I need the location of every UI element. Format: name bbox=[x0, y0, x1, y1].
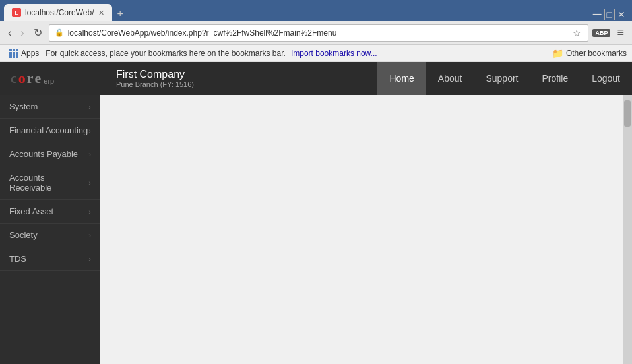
address-actions: ☆ bbox=[571, 26, 583, 40]
content-area bbox=[100, 95, 623, 364]
abp-badge[interactable]: ABP bbox=[592, 29, 610, 37]
address-bar-row: ‹ › ↻ 🔒 localhost/CoreWebApp/web/index.p… bbox=[0, 21, 632, 45]
tab-spacer: ─ □ ✕ bbox=[129, 7, 628, 21]
top-nav: c o r e erp First Company Pune Branch (F… bbox=[0, 62, 632, 95]
bookmarks-bar: Apps For quick access, place your bookma… bbox=[0, 45, 632, 62]
url-text: localhost/CoreWebApp/web/index.php?r=cwf… bbox=[68, 28, 568, 38]
reload-button[interactable]: ↻ bbox=[31, 25, 45, 40]
nav-home[interactable]: Home bbox=[377, 62, 426, 95]
company-name: First Company bbox=[116, 69, 367, 80]
apps-button[interactable]: Apps bbox=[5, 47, 43, 59]
logo-o1: o bbox=[18, 70, 26, 87]
browser-menu-button[interactable]: ≡ bbox=[614, 24, 627, 41]
tab-bar: L localhost/CoreWeb/ ✕ + ─ □ ✕ bbox=[0, 0, 632, 21]
browser-chrome: L localhost/CoreWeb/ ✕ + ─ □ ✕ ‹ › ↻ 🔒 l… bbox=[0, 0, 632, 62]
logo-erp: erp bbox=[44, 77, 54, 85]
bookmark-prompt: For quick access, place your bookmarks h… bbox=[46, 49, 286, 58]
tab-close-icon[interactable]: ✕ bbox=[98, 9, 104, 17]
address-bar[interactable]: 🔒 localhost/CoreWebApp/web/index.php?r=c… bbox=[49, 24, 589, 42]
chevron-icon-society: › bbox=[88, 231, 91, 239]
sidebar-label-fixed-asset: Fixed Asset bbox=[9, 206, 88, 216]
scrollbar[interactable] bbox=[623, 95, 632, 364]
branch-info: Pune Branch (FY: 1516) bbox=[116, 80, 367, 88]
sidebar-label-tds: TDS bbox=[9, 254, 88, 264]
forward-button[interactable]: › bbox=[18, 26, 26, 40]
top-nav-links: Home About Support Profile Logout bbox=[377, 62, 632, 95]
scroll-thumb[interactable] bbox=[624, 100, 631, 127]
chevron-icon-fa: › bbox=[88, 208, 91, 216]
sidebar-label-society: Society bbox=[9, 230, 88, 240]
back-button[interactable]: ‹ bbox=[5, 26, 14, 40]
sidebar-item-system[interactable]: System › bbox=[0, 95, 100, 119]
sidebar-item-society[interactable]: Society › bbox=[0, 224, 100, 247]
other-bookmarks-label: Other bookmarks bbox=[566, 49, 627, 58]
sidebar-item-accounts-payable[interactable]: Accounts Payable › bbox=[0, 142, 100, 166]
tab-favicon: L bbox=[12, 8, 21, 17]
import-bookmarks-link[interactable]: Import bookmarks now... bbox=[291, 49, 377, 58]
sidebar-item-accounts-receivable[interactable]: Accounts Receivable › bbox=[0, 166, 100, 200]
sidebar-label-financial-accounting: Financial Accounting bbox=[9, 125, 88, 135]
tab-title: localhost/CoreWeb/ bbox=[25, 8, 94, 17]
chevron-icon-ap: › bbox=[88, 150, 91, 158]
sidebar-item-financial-accounting[interactable]: Financial Accounting › bbox=[0, 119, 100, 142]
sidebar-item-tds[interactable]: TDS › bbox=[0, 247, 100, 271]
chevron-icon-tds: › bbox=[88, 255, 91, 263]
chevron-icon-ar: › bbox=[88, 179, 91, 187]
maximize-button[interactable]: □ bbox=[604, 9, 615, 20]
bookmark-star-button[interactable]: ☆ bbox=[571, 26, 583, 40]
sidebar-label-accounts-payable: Accounts Payable bbox=[9, 149, 88, 159]
chevron-icon-financial: › bbox=[88, 127, 91, 135]
nav-logout[interactable]: Logout bbox=[580, 62, 632, 95]
logo-c: c bbox=[11, 70, 17, 87]
company-info: First Company Pune Branch (FY: 1516) bbox=[106, 69, 377, 88]
sidebar: System › Financial Accounting › Accounts… bbox=[0, 95, 100, 364]
other-bookmarks-button[interactable]: 📁 Other bookmarks bbox=[552, 48, 627, 59]
sidebar-label-accounts-receivable: Accounts Receivable bbox=[9, 173, 88, 193]
folder-icon: 📁 bbox=[552, 48, 563, 59]
chevron-icon-system: › bbox=[88, 103, 91, 111]
apps-grid-icon bbox=[9, 49, 18, 58]
apps-label: Apps bbox=[21, 49, 39, 58]
logo-e: e bbox=[35, 70, 42, 87]
minimize-button[interactable]: ─ bbox=[593, 7, 602, 21]
sidebar-item-fixed-asset[interactable]: Fixed Asset › bbox=[0, 200, 100, 224]
close-button[interactable]: ✕ bbox=[617, 9, 625, 20]
sidebar-label-system: System bbox=[9, 102, 88, 111]
main-layout: System › Financial Accounting › Accounts… bbox=[0, 95, 632, 364]
logo-area: c o r e erp bbox=[0, 70, 106, 87]
lock-icon: 🔒 bbox=[55, 28, 64, 37]
nav-about[interactable]: About bbox=[426, 62, 474, 95]
active-tab[interactable]: L localhost/CoreWeb/ ✕ bbox=[4, 4, 112, 21]
nav-support[interactable]: Support bbox=[474, 62, 530, 95]
new-tab-button[interactable]: + bbox=[112, 7, 129, 21]
nav-profile[interactable]: Profile bbox=[530, 62, 580, 95]
logo: c o r e erp bbox=[11, 70, 54, 87]
app-wrapper: c o r e erp First Company Pune Branch (F… bbox=[0, 62, 632, 364]
logo-r: r bbox=[27, 70, 34, 87]
